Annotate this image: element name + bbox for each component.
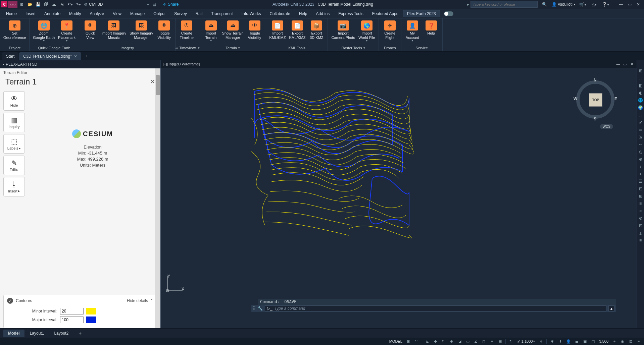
- menu-survey[interactable]: Survey: [170, 10, 191, 17]
- filter-icon[interactable]: ☰: [574, 338, 580, 344]
- viewport-label[interactable]: [−][Top][2D Wireframe]: [163, 62, 200, 66]
- panel-title[interactable]: KML Tools: [266, 45, 328, 51]
- ribbon-my-account[interactable]: 👤My Account▼: [403, 20, 422, 43]
- ribbon-zoom-google-earth[interactable]: 🌐Zoom Google Earth▼: [32, 20, 56, 43]
- ribbon-quick-view[interactable]: 👁Quick View: [81, 20, 99, 41]
- nav-tool-11[interactable]: ◷: [638, 149, 644, 155]
- new-tab-button[interactable]: +: [82, 52, 91, 60]
- menu-output[interactable]: Output: [149, 10, 169, 17]
- nav-tool-9[interactable]: ⇲: [638, 134, 644, 140]
- ribbon-import-imagery-mosaic[interactable]: 🖼Import Imagery Mosaic: [100, 20, 128, 41]
- ribbon-import-world-file[interactable]: 🌎Import World File▼: [357, 20, 376, 43]
- search-chevron-icon[interactable]: ▸: [467, 2, 469, 7]
- ribbon-export-3d-kmz[interactable]: 📦Export 3D KMZ: [307, 20, 326, 41]
- panel-title[interactable]: Terrain▾: [200, 45, 266, 51]
- ribbon-import-kml-kmz[interactable]: 📄Import KML/KMZ: [268, 20, 287, 41]
- menu-view[interactable]: View: [109, 10, 126, 17]
- redo-icon[interactable]: ↷▾: [75, 1, 82, 8]
- compass-w[interactable]: W: [574, 97, 577, 101]
- model-space-button[interactable]: MODEL: [388, 338, 404, 344]
- anno-vis-icon[interactable]: ✱: [549, 338, 555, 344]
- chevron-right-icon[interactable]: ▸: [3, 63, 4, 66]
- panel-title[interactable]: Raster Tools▾: [328, 45, 378, 51]
- person-icon[interactable]: 👤: [565, 338, 572, 344]
- ribbon-create-timeline[interactable]: ⏱Create Timeline: [178, 20, 196, 41]
- menu-plex-earth-2023[interactable]: Plex-Earth 2023: [403, 10, 440, 17]
- grip-icon[interactable]: ⠿: [253, 306, 256, 311]
- doc-tab[interactable]: C3D Terrain Model Editing*✕: [19, 52, 81, 60]
- minor-interval-input[interactable]: [60, 308, 84, 314]
- help-icon[interactable]: ❔▾: [601, 0, 610, 8]
- nav-tool-5[interactable]: 🌍: [638, 105, 644, 111]
- wcs-badge[interactable]: WCS: [600, 124, 613, 129]
- nav-tool-18[interactable]: ≡: [638, 200, 644, 207]
- cycle-icon[interactable]: ↻: [508, 338, 514, 344]
- user-menu[interactable]: 👤 vsoulioti ▾: [552, 2, 576, 7]
- nav-tool-4[interactable]: 🌐: [638, 97, 644, 103]
- restore-button[interactable]: ▭: [625, 0, 634, 8]
- nav-tool-21[interactable]: ⊡: [638, 223, 644, 229]
- add-layout-button[interactable]: +: [74, 330, 83, 337]
- hardware-icon[interactable]: ⊡: [627, 338, 634, 344]
- ribbon-show-imagery-manager[interactable]: 🖼Show Imagery Manager: [128, 20, 154, 41]
- gear-icon[interactable]: ✲: [538, 338, 544, 344]
- open-icon[interactable]: 📂: [26, 1, 34, 8]
- transparency-icon[interactable]: ▦: [497, 338, 503, 344]
- recent-commands-icon[interactable]: ▴: [608, 305, 614, 311]
- tool-labels[interactable]: ⬚Labels▸: [3, 134, 25, 154]
- layout-tab-layout1[interactable]: Layout1: [25, 330, 49, 337]
- menu-add-ins[interactable]: Add-ins: [312, 10, 334, 17]
- nav-tool-13[interactable]: ↕: [638, 164, 644, 170]
- layout-tab-model[interactable]: Model: [3, 330, 24, 337]
- quickprops-icon[interactable]: ▣: [582, 338, 588, 344]
- panel-title[interactable]: Project: [0, 45, 29, 51]
- menu-help[interactable]: Help: [295, 10, 311, 17]
- nav-tool-3[interactable]: ◐: [638, 90, 644, 96]
- ribbon-export-kml-kmz[interactable]: 📄Export KML/KMZ: [288, 20, 307, 41]
- autodesk-icon[interactable]: △▾: [590, 0, 598, 8]
- menu-insert[interactable]: Insert: [21, 10, 40, 17]
- menu-analyze[interactable]: Analyze: [86, 10, 108, 17]
- check-icon[interactable]: ✓: [7, 298, 13, 304]
- menu-transparent[interactable]: Transparent: [207, 10, 237, 17]
- panel-title[interactable]: ∞ Timeviews▾: [176, 45, 199, 51]
- menu-featured-apps[interactable]: Featured Apps: [368, 10, 402, 17]
- polar-icon[interactable]: ⊕: [448, 338, 455, 344]
- doc-tab[interactable]: Start: [2, 52, 18, 60]
- grid-icon[interactable]: ⊞: [405, 338, 412, 344]
- osnap3d-icon[interactable]: ∠: [473, 338, 479, 344]
- compass-n[interactable]: N: [594, 78, 597, 82]
- infer-icon[interactable]: ⊾: [424, 338, 431, 344]
- new-icon[interactable]: 🗎: [18, 1, 26, 8]
- major-interval-input[interactable]: [60, 317, 84, 323]
- menu-rail[interactable]: Rail: [192, 10, 207, 17]
- close-icon[interactable]: ✕: [150, 78, 155, 85]
- minimize-button[interactable]: —: [616, 0, 625, 8]
- anno-auto-icon[interactable]: ⬇: [557, 338, 563, 344]
- ortho-icon[interactable]: ⬚: [440, 338, 447, 344]
- nav-tool-15[interactable]: ☰: [638, 178, 644, 184]
- nav-tool-23[interactable]: ≡: [638, 237, 644, 243]
- panel-title[interactable]: Quick Google Earth: [30, 45, 79, 51]
- nav-tool-12[interactable]: ⊕: [638, 156, 644, 162]
- nav-tool-1[interactable]: ⬚: [638, 75, 644, 81]
- ribbon-set-georeference[interactable]: ⊕Set Georeference: [2, 20, 27, 41]
- ribbon-toggle[interactable]: [444, 11, 453, 16]
- ribbon-create-flight[interactable]: ✈Create Flight: [381, 20, 399, 41]
- units-icon[interactable]: ◫: [590, 338, 596, 344]
- ribbon-create-placemark[interactable]: 📍Create Placemark▼: [57, 20, 77, 43]
- vp-close-icon[interactable]: ✕: [629, 61, 635, 67]
- dyninput-icon[interactable]: ✚: [432, 338, 439, 344]
- nav-tool-0[interactable]: ⊞: [638, 68, 644, 74]
- cart-icon[interactable]: 🛒▾: [578, 0, 587, 8]
- nav-tool-8[interactable]: ▭: [638, 127, 644, 133]
- panel-title[interactable]: Imagery: [79, 45, 175, 51]
- scrollbar[interactable]: [155, 68, 160, 328]
- tool-insert[interactable]: ⭳Insert▸: [3, 177, 25, 196]
- contours-header[interactable]: ✓ Contours Hide details ⌃: [4, 295, 157, 306]
- nav-tool-10[interactable]: ↔: [638, 141, 644, 148]
- ribbon-import-terrain[interactable]: ⛰Import Terrain▼: [202, 20, 220, 43]
- menu-collaborate[interactable]: Collaborate: [265, 10, 294, 17]
- anno-scale[interactable]: ⤢1:1000▾: [516, 338, 537, 344]
- close-icon[interactable]: ✕: [74, 54, 77, 59]
